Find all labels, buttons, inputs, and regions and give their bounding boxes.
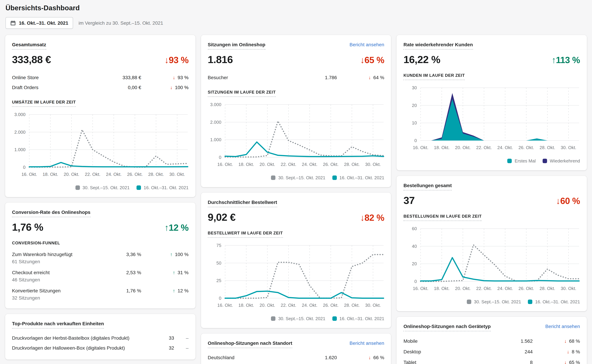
svg-text:22. Okt.: 22. Okt. (85, 172, 100, 177)
chart-section-label: UMSÄTZE IM LAUFE DER ZEIT (12, 100, 189, 107)
svg-text:20. Okt.: 20. Okt. (259, 162, 275, 167)
row-label: Checkout erreicht (12, 270, 50, 275)
card-standort: Onlineshop-Sitzungen nach Standort Beric… (201, 333, 391, 364)
card-conversion-rate: Conversion-Rate des Onlineshops 1,76 % ↑… (5, 202, 195, 308)
svg-text:26. Okt.: 26. Okt. (323, 303, 338, 308)
row-label: Draft Orders (12, 84, 113, 90)
row-delta: ↑100 % (170, 251, 189, 258)
card-title-standort[interactable]: Onlineshop-Sitzungen nach Standort (208, 340, 292, 348)
column-1: Gesamtumsatz 333,88 € ↓93 % Online Store… (5, 35, 195, 359)
legend-erstes-mal: Erstes Mal (507, 158, 536, 163)
chart-legend: 30. Sept.–15. Okt. 2021 16. Okt.–31. Okt… (208, 316, 384, 321)
legend-previous: 30. Sept.–15. Okt. 2021 (75, 185, 130, 190)
table-row: Draft Orders 0,00 € ↓100 % (12, 82, 189, 92)
svg-text:18. Okt.: 18. Okt. (43, 172, 58, 177)
svg-text:26. Okt.: 26. Okt. (323, 162, 338, 167)
card-title-top-produkte[interactable]: Top-Produkte nach verkauften Einheiten (12, 321, 104, 329)
svg-text:18. Okt.: 18. Okt. (434, 286, 450, 291)
svg-text:1.000: 1.000 (14, 147, 26, 152)
metric-delta: ↓93 % (164, 55, 189, 65)
down-arrow-icon: ↓ (564, 338, 567, 344)
report-link[interactable]: Bericht ansehen (349, 340, 384, 346)
svg-text:18. Okt.: 18. Okt. (238, 162, 254, 167)
svg-text:30. Okt.: 30. Okt. (365, 303, 381, 308)
svg-text:0: 0 (219, 155, 221, 160)
svg-text:28. Okt.: 28. Okt. (344, 162, 360, 167)
card-title-bestellwert[interactable]: Durchschnittlicher Bestellwert (208, 200, 277, 207)
card-top-produkte: Top-Produkte nach verkauften Einheiten D… (5, 314, 195, 359)
svg-text:22. Okt.: 22. Okt. (281, 162, 296, 167)
metric-delta: ↑113 % (552, 55, 580, 65)
row-value: 8 (530, 359, 533, 364)
row-label: Online Store (12, 75, 108, 80)
card-title-geraetetyp[interactable]: Onlineshop-Sitzungen nach Gerätetyp (403, 324, 491, 332)
card-title-sitzungen[interactable]: Sitzungen im Onlineshop (208, 42, 265, 50)
down-arrow-icon: ↓ (368, 75, 371, 80)
funnel-row: Konvertierte Sitzungen32 Sitzungen 1,76 … (12, 287, 189, 302)
metric-value: 37 (403, 195, 415, 206)
chart-section-label: KUNDEN IM LAUFE DER ZEIT (403, 73, 580, 80)
page-title: Übersichts-Dashboard (6, 4, 586, 12)
metric-delta: ↑12 % (164, 222, 189, 233)
svg-text:20. Okt.: 20. Okt. (455, 286, 471, 291)
row-label: Mobile (403, 338, 506, 344)
svg-text:0: 0 (414, 138, 417, 143)
svg-text:30. Okt.: 30. Okt. (365, 162, 381, 167)
row-label: Druckvorlagen der Halloween-Box (digital… (12, 345, 160, 351)
svg-text:3.000: 3.000 (210, 102, 221, 107)
row-value: 1.620 (325, 355, 337, 360)
row-sublabel: 32 Sitzungen (12, 295, 40, 301)
row-sublabel: 61 Sitzungen (12, 259, 40, 264)
svg-text:28. Okt.: 28. Okt. (148, 172, 164, 177)
row-delta: ↓93 % (173, 75, 189, 80)
row-sublabel: 46 Sitzungen (12, 277, 40, 282)
date-controls: 16. Okt.–31. Okt. 2021 im Vergleich zu 3… (6, 17, 586, 29)
table-row: Tablet 8 ↓65 % (403, 357, 580, 364)
table-row: Besucher 1.786 ↓64 % (208, 72, 384, 82)
down-arrow-icon: ↓ (567, 349, 569, 354)
svg-text:24. Okt.: 24. Okt. (302, 303, 317, 308)
comparison-label: im Vergleich zu 30. Sept.–15. Okt. 2021 (79, 20, 163, 26)
svg-text:22. Okt.: 22. Okt. (476, 286, 492, 291)
legend-previous: 30. Sept.–15. Okt. 2021 (467, 299, 521, 304)
row-label: Konvertierte Sitzungen (12, 288, 60, 293)
date-range-button[interactable]: 16. Okt.–31. Okt. 2021 (6, 17, 73, 29)
row-value: 32 (169, 345, 174, 351)
card-title-conversion[interactable]: Conversion-Rate des Onlineshops (12, 209, 90, 217)
report-link[interactable]: Bericht ansehen (545, 324, 580, 329)
svg-text:20. Okt.: 20. Okt. (64, 172, 79, 177)
card-title-gesamtumsatz[interactable]: Gesamtumsatz (12, 42, 46, 50)
table-row: Mobile 1.562 ↓68 % (403, 336, 580, 346)
bestellwert-chart: 025507516. Okt.18. Okt.20. Okt.22. Okt.2… (208, 242, 384, 310)
down-arrow-icon: ↓ (173, 75, 175, 80)
svg-text:18. Okt.: 18. Okt. (238, 303, 254, 308)
svg-text:20: 20 (412, 103, 417, 108)
table-row: Deutschland 1.620 ↓66 % (208, 352, 384, 362)
down-arrow-icon: ↓ (564, 359, 567, 364)
svg-text:75: 75 (216, 243, 221, 248)
row-delta: ↓66 % (368, 355, 384, 360)
card-title-bestellungen[interactable]: Bestellungen gesamt (403, 183, 452, 191)
down-arrow-icon: ↓ (170, 84, 172, 90)
umsaetze-chart: 01.0002.0003.00016. Okt.18. Okt.20. Okt.… (12, 111, 189, 179)
svg-text:0: 0 (414, 279, 417, 284)
row-delta: ↑31 % (173, 269, 189, 276)
row-value: 2,53 % (126, 269, 141, 276)
metric-delta: ↓65 % (360, 55, 384, 65)
chart-legend: 30. Sept.–15. Okt. 2021 16. Okt.–31. Okt… (208, 175, 384, 180)
svg-text:26. Okt.: 26. Okt. (127, 172, 143, 177)
svg-text:24. Okt.: 24. Okt. (106, 172, 122, 177)
card-title-kunden[interactable]: Rate wiederkehrender Kunden (403, 42, 473, 50)
row-label: Deutschland (208, 355, 310, 360)
date-range-label: 16. Okt.–31. Okt. 2021 (19, 20, 68, 26)
page-header: Übersichts-Dashboard 16. Okt.–31. Okt. 2… (0, 0, 592, 29)
svg-text:22. Okt.: 22. Okt. (476, 145, 492, 150)
bestellungen-chart: 020406016. Okt.18. Okt.20. Okt.22. Okt.2… (403, 225, 580, 293)
up-arrow-icon: ↑ (173, 270, 175, 275)
chart-section-label: BESTELLUNGEN IM LAUFE DER ZEIT (403, 214, 580, 221)
legend-previous: 30. Sept.–15. Okt. 2021 (271, 175, 325, 180)
svg-text:16. Okt.: 16. Okt. (413, 286, 428, 291)
chart-legend: Erstes Mal Wiederkehrend (403, 158, 580, 163)
kunden-chart: 010203016. Okt.18. Okt.20. Okt.22. Okt.2… (403, 84, 580, 152)
report-link[interactable]: Bericht ansehen (349, 42, 384, 47)
